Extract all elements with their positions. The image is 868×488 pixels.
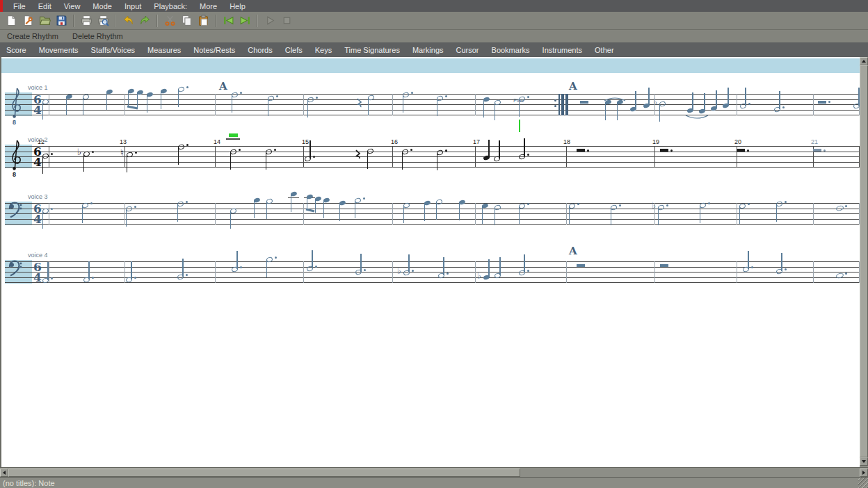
cut-button[interactable] (162, 13, 177, 29)
augmentation-dot (412, 270, 414, 272)
augmentation-dot (364, 269, 366, 271)
menu-mode[interactable]: Mode (86, 1, 118, 11)
stop-icon (281, 15, 293, 26)
copy-icon (181, 15, 193, 26)
whole-rest[interactable] (660, 264, 668, 267)
menu-view[interactable]: View (58, 1, 87, 11)
augmentation-dot (51, 277, 53, 279)
score-canvas[interactable]: voice 1 864♭AAFinevoice 2 86412131415161… (0, 57, 860, 467)
category-measures[interactable]: Measures (141, 44, 187, 56)
menu-playback[interactable]: Playback: (147, 1, 193, 11)
augmentation-dot (186, 274, 188, 276)
augmentation-dot (845, 273, 847, 275)
menu-input[interactable]: Input (118, 1, 147, 11)
category-cursor[interactable]: Cursor (450, 44, 485, 56)
play-button[interactable] (262, 13, 278, 29)
augmentation-dot (447, 273, 449, 275)
barline (813, 261, 814, 283)
augmentation-dot (240, 266, 242, 268)
go-to-start-button[interactable] (220, 13, 236, 29)
right-arrow-icon (862, 471, 865, 475)
category-staffs-voices[interactable]: Staffs/Voices (85, 44, 141, 56)
category-movements[interactable]: Movements (33, 44, 85, 56)
go-to-start-icon (223, 15, 234, 26)
toolbar-separator (215, 15, 216, 27)
print-button[interactable] (79, 13, 94, 29)
print-preview-button[interactable] (95, 13, 111, 29)
category-keys[interactable]: Keys (309, 44, 338, 56)
staff-line (5, 261, 859, 262)
scroll-down-button[interactable] (860, 457, 868, 466)
paste-icon (198, 15, 209, 26)
document-wizard-button[interactable] (20, 13, 35, 29)
scroll-left-button[interactable] (0, 469, 8, 477)
open-button[interactable] (37, 13, 52, 29)
new-document-icon (6, 15, 17, 26)
category-score[interactable]: Score (0, 44, 33, 56)
note-stem (88, 261, 89, 279)
stop-button[interactable] (279, 13, 294, 29)
note-stem (131, 261, 131, 279)
redo-button[interactable] (137, 13, 152, 29)
status-bar: (no titles): Note (0, 477, 868, 488)
scroll-right-button[interactable] (860, 469, 868, 477)
note-stem (443, 257, 444, 275)
redo-icon (139, 15, 151, 26)
undo-button[interactable] (120, 13, 136, 29)
menu-file[interactable]: File (7, 1, 32, 11)
save-icon (56, 15, 67, 26)
augmentation-dot (785, 268, 787, 270)
staff-voice-label: voice 4 (28, 252, 48, 259)
category-time-signatures[interactable]: Time Signatures (338, 44, 406, 56)
barline (566, 261, 567, 283)
rehearsal-mark[interactable]: A (569, 245, 577, 257)
barline (475, 261, 476, 283)
copy-button[interactable] (179, 13, 194, 29)
augmentation-dot (751, 266, 753, 268)
menu-edit[interactable]: Edit (32, 1, 58, 11)
print-preview-icon (97, 15, 109, 26)
vertical-scrollbar[interactable] (860, 57, 868, 467)
note-stem (312, 250, 312, 268)
note-stem (266, 259, 267, 277)
whole-rest[interactable] (577, 264, 585, 267)
note-stem (748, 251, 748, 269)
category-notes-rests[interactable]: Notes/Rests (187, 44, 241, 56)
menu-help[interactable]: Help (223, 1, 252, 11)
application-window: FileEditViewModeInputPlayback:MoreHelp C… (0, 0, 868, 488)
paste-button[interactable] (195, 13, 211, 29)
horizontal-scrollbar[interactable] (0, 467, 868, 477)
augmentation-dot (527, 270, 529, 272)
augmentation-dot (315, 266, 317, 268)
delete-rhythm-button[interactable]: Delete Rhythm (65, 31, 130, 41)
scroll-up-button[interactable] (860, 57, 868, 65)
new-document-button[interactable] (3, 13, 19, 29)
status-text: (no titles): Note (3, 479, 55, 487)
augmentation-dot (275, 257, 277, 259)
vertical-scroll-thumb[interactable] (860, 65, 868, 457)
menu-bar: FileEditViewModeInputPlayback:MoreHelp (0, 0, 868, 12)
note-stem (236, 251, 237, 269)
note-stem (47, 262, 48, 280)
horizontal-scroll-thumb[interactable] (8, 469, 520, 477)
go-to-end-icon (239, 15, 251, 26)
note-stem (408, 254, 409, 273)
down-arrow-icon (862, 460, 866, 463)
category-bookmarks[interactable]: Bookmarks (485, 44, 536, 56)
resize-grip[interactable] (858, 478, 868, 488)
left-arrow-icon (3, 471, 6, 475)
go-to-end-button[interactable] (237, 13, 252, 29)
note-head[interactable] (835, 272, 844, 279)
create-rhythm-button[interactable]: Create Rhythm (0, 31, 65, 41)
category-other[interactable]: Other (588, 44, 620, 56)
accidental: ♭ (477, 271, 481, 280)
staff-line (5, 282, 859, 283)
category-markings[interactable]: Markings (406, 44, 450, 56)
category-chords[interactable]: Chords (241, 44, 278, 56)
save-button[interactable] (54, 13, 69, 29)
menu-more[interactable]: More (193, 1, 223, 11)
note-stem (182, 259, 183, 277)
category-bar: ScoreMovementsStaffs/VoicesMeasuresNotes… (0, 42, 868, 57)
category-instruments[interactable]: Instruments (536, 44, 588, 56)
category-clefs[interactable]: Clefs (279, 44, 309, 56)
